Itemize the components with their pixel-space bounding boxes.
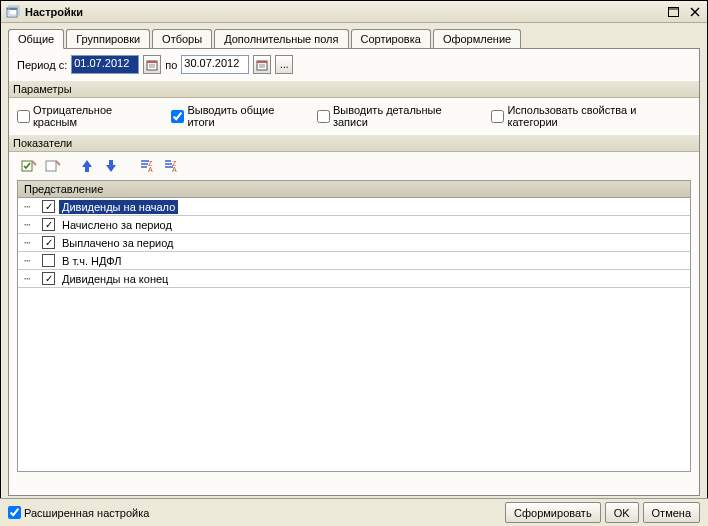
cancel-button[interactable]: Отмена	[643, 502, 700, 523]
svg-text:A: A	[148, 166, 153, 173]
tab-groupings[interactable]: Группировки	[66, 29, 150, 48]
row-checkbox[interactable]	[42, 272, 55, 285]
button-label: OK	[614, 507, 630, 519]
row-checkbox[interactable]	[42, 236, 55, 249]
table-row[interactable]: ⋯Дивиденды на начало	[18, 198, 690, 216]
checkbox-input[interactable]	[317, 110, 330, 123]
tab-extra-fields[interactable]: Дополнительные поля	[214, 29, 348, 48]
svg-text:Z: Z	[148, 160, 153, 167]
tab-label: Сортировка	[361, 33, 421, 45]
period-from-input[interactable]: 01.07.2012	[71, 55, 139, 74]
row-label: Начислено за период	[59, 218, 175, 232]
checkbox-label: Выводить детальные записи	[333, 104, 477, 128]
table-row[interactable]: ⋯Выплачено за период	[18, 234, 690, 252]
svg-rect-16	[46, 161, 56, 171]
toolbar-move-down-button[interactable]	[101, 156, 121, 176]
row-label: Дивиденды на начало	[59, 200, 178, 214]
app-icon	[5, 4, 21, 20]
close-button[interactable]	[687, 5, 703, 19]
checkbox-use-properties[interactable]: Использовать свойства и категории	[491, 104, 687, 128]
tab-label: Группировки	[76, 33, 140, 45]
calendar-to-button[interactable]	[253, 55, 271, 74]
tree-branch-icon: ⋯	[24, 236, 42, 249]
checkbox-input[interactable]	[17, 110, 30, 123]
button-label: Отмена	[652, 507, 691, 519]
period-from-label: Период с:	[17, 59, 67, 71]
window-titlebar: Настройки	[1, 1, 707, 23]
maximize-button[interactable]	[665, 5, 681, 19]
svg-text:A: A	[172, 166, 177, 173]
tree-branch-icon: ⋯	[24, 254, 42, 267]
toolbar-sort-asc-button[interactable]: AZ	[135, 156, 155, 176]
tab-label: Отборы	[162, 33, 202, 45]
checkbox-input[interactable]	[8, 506, 21, 519]
tree-branch-icon: ⋯	[24, 218, 42, 231]
tab-label: Общие	[18, 33, 54, 45]
tab-appearance[interactable]: Оформление	[433, 29, 521, 48]
indicators-toolbar: AZ ZA	[17, 152, 691, 180]
tree-branch-icon: ⋯	[24, 200, 42, 213]
table-row[interactable]: ⋯Дивиденды на конец	[18, 270, 690, 288]
indicators-header: Показатели	[9, 134, 699, 152]
checkbox-advanced-settings[interactable]: Расширенная настройка	[8, 506, 149, 519]
table-row[interactable]: ⋯Начислено за период	[18, 216, 690, 234]
tab-general[interactable]: Общие	[8, 29, 64, 49]
toolbar-move-up-button[interactable]	[77, 156, 97, 176]
svg-rect-8	[147, 61, 157, 63]
checkbox-label: Использовать свойства и категории	[507, 104, 687, 128]
row-checkbox[interactable]	[42, 254, 55, 267]
table-row[interactable]: ⋯В т.ч. НДФЛ	[18, 252, 690, 270]
checkbox-label: Расширенная настройка	[24, 507, 149, 519]
checkbox-label: Выводить общие итоги	[187, 104, 303, 128]
dialog-footer: Расширенная настройка Сформировать OK От…	[0, 498, 708, 526]
tab-label: Оформление	[443, 33, 511, 45]
checkbox-show-totals[interactable]: Выводить общие итоги	[171, 104, 303, 128]
row-checkbox[interactable]	[42, 200, 55, 213]
period-row: Период с: 01.07.2012 по 30.07.2012 ...	[17, 55, 691, 74]
grid-column-header[interactable]: Представление	[18, 181, 690, 198]
button-label: Сформировать	[514, 507, 592, 519]
checkbox-input[interactable]	[491, 110, 504, 123]
row-label: Выплачено за период	[59, 236, 176, 250]
tabs: Общие Группировки Отборы Дополнительные …	[8, 29, 700, 48]
checkbox-label: Отрицательное красным	[33, 104, 157, 128]
params-body: Отрицательное красным Выводить общие ито…	[17, 98, 691, 134]
period-to-label: по	[165, 59, 177, 71]
tree-branch-icon: ⋯	[24, 272, 42, 285]
row-label: В т.ч. НДФЛ	[59, 254, 124, 268]
row-label: Дивиденды на конец	[59, 272, 171, 286]
row-checkbox[interactable]	[42, 218, 55, 231]
ok-button[interactable]: OK	[605, 502, 639, 523]
tab-panel-general: Период с: 01.07.2012 по 30.07.2012 ... П…	[8, 48, 700, 496]
window-title: Настройки	[25, 6, 665, 18]
toolbar-uncheck-all-button[interactable]	[43, 156, 63, 176]
checkbox-show-details[interactable]: Выводить детальные записи	[317, 104, 477, 128]
tab-sort[interactable]: Сортировка	[351, 29, 431, 48]
toolbar-check-all-button[interactable]	[19, 156, 39, 176]
period-select-button[interactable]: ...	[275, 55, 293, 74]
tab-label: Дополнительные поля	[224, 33, 338, 45]
period-to-input[interactable]: 30.07.2012	[181, 55, 249, 74]
toolbar-sort-desc-button[interactable]: ZA	[159, 156, 179, 176]
indicators-grid: Представление ⋯Дивиденды на начало⋯Начис…	[17, 180, 691, 472]
checkbox-negative-red[interactable]: Отрицательное красным	[17, 104, 157, 128]
calendar-from-button[interactable]	[143, 55, 161, 74]
params-header: Параметры	[9, 80, 699, 98]
svg-rect-12	[257, 61, 267, 63]
tab-filters[interactable]: Отборы	[152, 29, 212, 48]
checkbox-input[interactable]	[171, 110, 184, 123]
generate-button[interactable]: Сформировать	[505, 502, 601, 523]
